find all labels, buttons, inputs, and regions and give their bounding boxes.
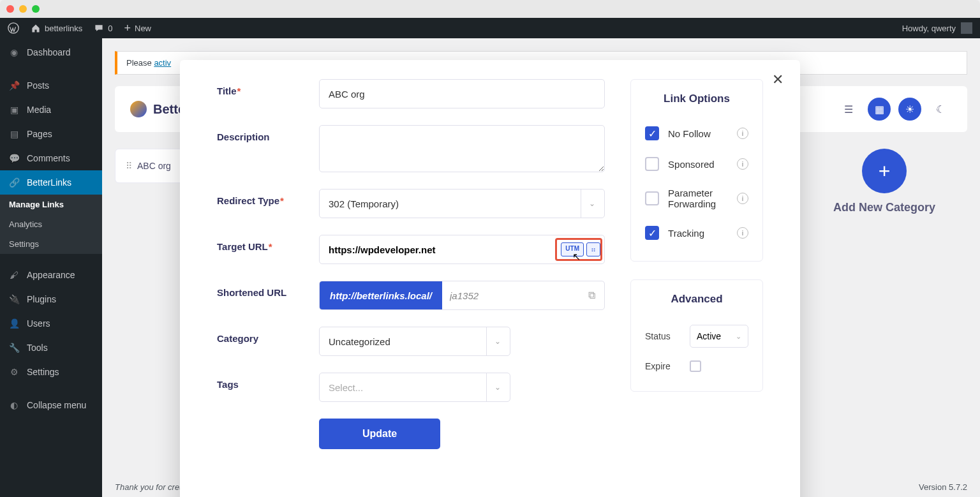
social-share-button[interactable]: ⠶ (586, 242, 600, 256)
utm-button[interactable]: UTM (561, 242, 584, 256)
status-label: Status (645, 331, 682, 341)
shortened-url-label: Shortened URL (217, 281, 319, 298)
maximize-dot-icon[interactable] (32, 5, 40, 13)
tags-placeholder: Select... (329, 382, 363, 393)
howdy-text: Howdy, qwerty (902, 24, 956, 33)
update-button[interactable]: Update (319, 419, 440, 449)
close-button[interactable]: ✕ (772, 71, 783, 88)
chevron-down-icon: ⌄ (486, 327, 501, 355)
plus-icon: + (124, 22, 131, 34)
tracking-label: Tracking (668, 228, 728, 239)
comment-icon (94, 23, 104, 33)
close-dot-icon[interactable] (6, 5, 14, 13)
svg-point-0 (8, 23, 19, 33)
chevron-down-icon: ⌄ (486, 373, 501, 401)
advanced-panel: Advanced Status Active ⌄ Expire (630, 279, 763, 392)
title-input[interactable] (319, 79, 605, 108)
new-link[interactable]: + New (124, 22, 151, 34)
status-select[interactable]: Active ⌄ (690, 325, 748, 348)
link-options-panel: Link Options ✓ No Follow i Sponsored i P… (630, 79, 763, 262)
target-url-input[interactable] (329, 244, 561, 255)
no-follow-checkbox[interactable]: ✓ (645, 126, 659, 140)
minimize-dot-icon[interactable] (19, 5, 27, 13)
chevron-down-icon: ⌄ (736, 332, 741, 341)
param-forwarding-label: Parameter Forwarding (668, 188, 728, 209)
category-select[interactable]: Uncategorized ⌄ (319, 327, 510, 356)
site-name-link[interactable]: betterlinks (31, 23, 82, 33)
window-chrome (0, 0, 980, 18)
comments-count: 0 (108, 24, 112, 33)
redirect-type-value: 302 (Temporary) (329, 198, 399, 209)
info-icon[interactable]: i (737, 227, 748, 239)
new-label: New (135, 24, 151, 33)
home-icon (31, 23, 41, 33)
modal-overlay: ✕ Title* Description Redirect Type* 302 … (0, 38, 980, 497)
status-value: Active (697, 331, 721, 341)
info-icon[interactable]: i (737, 128, 748, 139)
sponsored-checkbox[interactable] (645, 157, 659, 171)
wp-logo[interactable] (8, 22, 19, 34)
no-follow-label: No Follow (668, 128, 728, 139)
category-label: Category (217, 327, 319, 344)
info-icon[interactable]: i (737, 158, 748, 170)
sponsored-label: Sponsored (668, 159, 728, 170)
admin-bar: betterlinks 0 + New Howdy, qwerty (0, 18, 980, 38)
link-options-title: Link Options (645, 93, 748, 105)
chevron-down-icon: ⌄ (581, 189, 595, 218)
description-input[interactable] (319, 125, 605, 172)
tags-label: Tags (217, 373, 319, 390)
title-label: Title* (217, 79, 319, 96)
site-name: betterlinks (45, 24, 82, 33)
short-url-base: http://betterlinks.local/ (320, 281, 442, 309)
tracking-checkbox[interactable]: ✓ (645, 226, 659, 240)
short-url-slug-input[interactable] (442, 290, 579, 301)
target-url-label: Target URL* (217, 235, 319, 252)
category-value: Uncategorized (329, 336, 390, 347)
param-forwarding-checkbox[interactable] (645, 191, 659, 205)
tags-select[interactable]: Select... ⌄ (319, 373, 510, 402)
copy-button[interactable]: ⧉ (579, 290, 604, 301)
expire-label: Expire (645, 361, 682, 371)
redirect-type-label: Redirect Type* (217, 189, 319, 206)
advanced-title: Advanced (645, 293, 748, 306)
edit-link-modal: ✕ Title* Description Redirect Type* 302 … (180, 60, 800, 497)
howdy-link[interactable]: Howdy, qwerty (902, 22, 972, 34)
redirect-type-select[interactable]: 302 (Temporary) ⌄ (319, 189, 605, 218)
description-label: Description (217, 125, 319, 142)
comments-link[interactable]: 0 (94, 23, 112, 33)
expire-checkbox[interactable] (690, 360, 701, 372)
avatar-icon (961, 22, 972, 34)
info-icon[interactable]: i (737, 193, 748, 204)
